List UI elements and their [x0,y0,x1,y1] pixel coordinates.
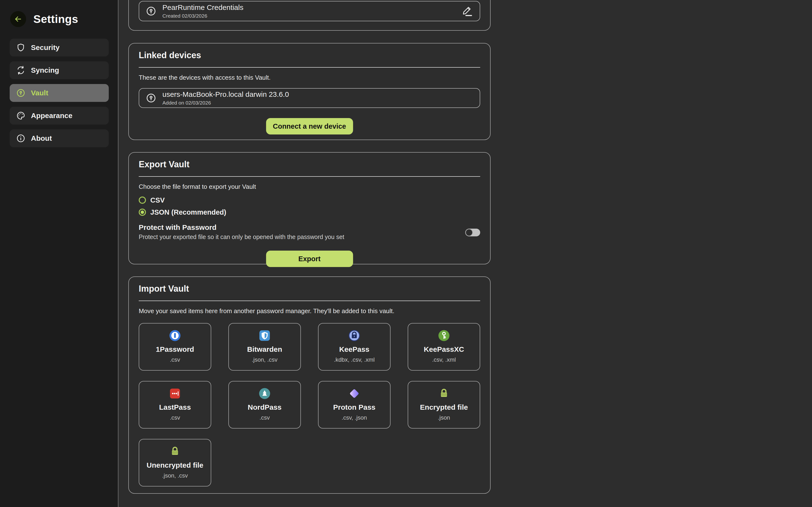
import-tile-keepass[interactable]: KeePass .kdbx, .csv, .xml [318,323,391,371]
sidebar-item-label: Appearance [31,112,72,120]
sidebar-item-security[interactable]: Security [10,39,109,56]
provider-name: NordPass [248,403,282,411]
protonpass-icon [348,387,361,400]
import-tile-nordpass[interactable]: NordPass .csv [229,381,301,429]
keepassxc-icon [438,329,450,342]
edit-credential-button[interactable] [461,5,473,17]
key-icon [16,88,26,98]
device-added-date: Added on 02/03/2026 [162,100,289,106]
radio-csv-label: CSV [150,196,165,204]
radio-option-csv[interactable]: CSV [139,195,480,205]
import-tile-lastpass[interactable]: LastPass .csv [139,381,211,429]
radio-csv[interactable] [139,196,146,204]
import-tile-keepassxc[interactable]: KeePassXC .csv, .xml [408,323,480,371]
radio-json[interactable] [139,209,146,216]
bitwarden-icon [258,329,271,342]
linked-devices-title: Linked devices [139,44,480,60]
encrypted-file-lock-icon [438,387,450,400]
divider [139,176,480,177]
linked-devices-description: These are the devices with access to thi… [139,74,480,81]
export-format-description: Choose the file format to export your Va… [139,183,480,190]
sidebar-item-about[interactable]: About [10,129,109,147]
provider-formats: .csv, .json [342,414,367,421]
export-format-options: CSV JSON (Recommended) [139,195,480,217]
provider-formats: .json [438,414,450,421]
export-button[interactable]: Export [266,250,353,267]
import-vault-title: Import Vault [139,277,480,294]
radio-json-label: JSON (Recommended) [150,208,226,216]
protect-title: Protect with Password [139,223,344,231]
credential-subtitle: Created 02/03/2026 [162,13,243,19]
import-tile-encrypted-file[interactable]: Encrypted file .json [408,381,480,429]
credential-row[interactable]: PearRuntime Credentials Created 02/03/20… [139,1,480,21]
sidebar-item-label: Vault [31,89,48,97]
sidebar-item-syncing[interactable]: Syncing [10,61,109,79]
sync-icon [16,65,26,75]
sidebar-item-label: Syncing [31,66,59,74]
export-vault-title: Export Vault [139,153,480,169]
keepass-icon [348,329,361,342]
page-title: Settings [33,12,78,25]
divider [139,300,480,301]
provider-formats: .kdbx, .csv, .xml [334,356,375,363]
back-button[interactable] [10,11,26,27]
key-icon [146,93,157,104]
import-providers-grid: 1Password .csv Bitwarden .json, .csv Kee… [139,323,480,487]
sidebar-item-appearance[interactable]: Appearance [10,107,109,125]
nordpass-icon [258,387,271,400]
shield-icon [16,43,26,52]
device-name: users-MacBook-Pro.local darwin 23.6.0 [162,90,289,99]
import-vault-card: Import Vault Move your saved items here … [128,276,491,494]
import-tile-protonpass[interactable]: Proton Pass .csv, .json [318,381,391,429]
onepassword-icon [169,329,181,342]
provider-formats: .csv [170,414,180,421]
import-tile-unencrypted-file[interactable]: Unencrypted file .json, .csv [139,439,211,487]
import-tile-1password[interactable]: 1Password .csv [139,323,211,371]
info-icon [16,133,26,143]
protect-password-toggle[interactable] [465,229,480,236]
credential-title: PearRuntime Credentials [162,3,243,12]
import-vault-description: Move your saved items here from another … [139,307,480,315]
provider-name: Proton Pass [333,403,375,411]
provider-name: Bitwarden [247,345,282,353]
unencrypted-file-lock-icon [169,445,181,458]
protect-text: Protect with Password Protect your expor… [139,223,344,240]
provider-formats: .csv, .xml [432,356,456,363]
provider-name: LastPass [159,403,191,411]
export-vault-card: Export Vault Choose the file format to e… [128,152,491,264]
provider-name: KeePass [339,345,369,353]
provider-formats: .csv [260,414,270,421]
provider-name: KeePassXC [424,345,464,353]
key-icon [146,6,157,17]
provider-name: Encrypted file [420,403,468,411]
protect-with-password-row: Protect with Password Protect your expor… [139,223,480,240]
arrow-left-icon [14,15,22,23]
import-tile-bitwarden[interactable]: Bitwarden .json, .csv [229,323,301,371]
sidebar-item-label: Security [31,44,59,52]
protect-description: Protect your exported file so it can onl… [139,233,344,240]
sidebar-item-vault[interactable]: Vault [10,84,109,102]
provider-formats: .json, .csv [252,356,278,363]
radio-option-json[interactable]: JSON (Recommended) [139,207,480,217]
lastpass-icon [169,387,181,400]
linked-devices-card: Linked devices These are the devices wit… [128,43,491,140]
provider-formats: .json, .csv [162,472,188,479]
sidebar-header: Settings [0,0,118,27]
palette-icon [16,111,26,120]
pencil-edit-icon [461,5,473,17]
device-text: users-MacBook-Pro.local darwin 23.6.0 Ad… [162,90,289,106]
toggle-knob [465,229,473,236]
divider [139,67,480,68]
vault-items-card: PearRuntime Credentials Created 02/03/20… [128,0,491,31]
device-row: users-MacBook-Pro.local darwin 23.6.0 Ad… [139,88,480,108]
sidebar: Settings Security Syncing Vault [0,0,118,507]
sidebar-item-label: About [31,134,52,143]
provider-name: Unencrypted file [146,461,203,469]
provider-name: 1Password [156,345,194,353]
connect-new-device-button[interactable]: Connect a new device [266,118,353,134]
credential-text: PearRuntime Credentials Created 02/03/20… [162,3,243,19]
provider-formats: .csv [170,356,180,363]
sidebar-nav: Security Syncing Vault [10,39,109,147]
